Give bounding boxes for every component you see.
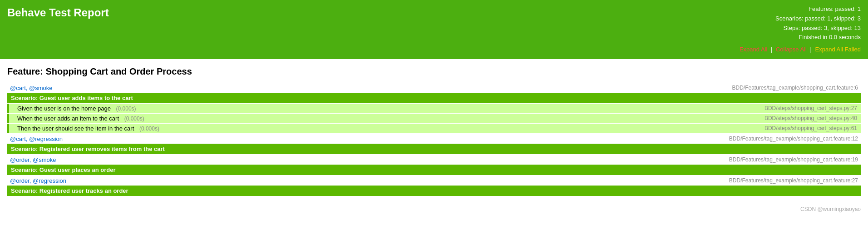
watermark: CSDN @wurningxiaoyao: [800, 206, 861, 212]
step-time-1-0: (0.000s): [116, 105, 136, 112]
scenario-fileref-2: BDD/Features/tag_example/shopping_cart.f…: [729, 136, 858, 142]
scenario-header-4[interactable]: Scenario: Registered user tracks an orde…: [7, 186, 861, 196]
steps-stat: Steps: passed: 3, skipped: 13: [740, 24, 861, 33]
scenario-label-1: Scenario: Guest user adds items to the c…: [11, 95, 133, 101]
scenario-tags-1: @cart, @smoke: [10, 85, 53, 91]
scenario-label-2: Scenario: Registered user removes items …: [11, 146, 165, 152]
step-row-1-0: Given the user is on the home page (0.00…: [7, 104, 861, 113]
step-row-1-1: When the user adds an item to the cart (…: [7, 114, 861, 123]
step-file-1-1: BDD/steps/shopping_cart_steps.py:40: [764, 115, 857, 121]
step-row-1-2: Then the user should see the item in the…: [7, 124, 861, 133]
scenario-header-3[interactable]: Scenario: Guest user places an order: [7, 165, 861, 175]
scenario-block-3: @order, @smoke BDD/Features/tag_example/…: [7, 155, 861, 175]
step-file-1-2: BDD/steps/shopping_cart_steps.py:61: [764, 125, 857, 131]
step-text-1-2: Then the user should see the item in the…: [17, 125, 159, 132]
tag-row-2: @cart, @regression BDD/Features/tag_exam…: [7, 134, 861, 144]
scenario-tags-2: @cart, @regression: [10, 136, 63, 142]
time-stat: Finished in 0.0 seconds: [740, 33, 861, 42]
tag-row-1: @cart, @smoke BDD/Features/tag_example/s…: [7, 83, 861, 93]
tag-row-4: @order, @regression BDD/Features/tag_exa…: [7, 176, 861, 186]
scenario-tags-4: @order, @regression: [10, 177, 66, 184]
step-time-1-1: (0.000s): [124, 115, 144, 122]
scenario-block-1: @cart, @smoke BDD/Features/tag_example/s…: [7, 83, 861, 133]
scenario-fileref-4: BDD/Features/tag_example/shopping_cart.f…: [729, 177, 858, 184]
scenario-header-2[interactable]: Scenario: Registered user removes items …: [7, 144, 861, 154]
scenario-header-1[interactable]: Scenario: Guest user adds items to the c…: [7, 93, 861, 103]
step-file-1-0: BDD/steps/shopping_cart_steps.py:27: [764, 105, 857, 111]
collapse-all-link[interactable]: Collapse All: [776, 46, 807, 53]
tag-row-3: @order, @smoke BDD/Features/tag_example/…: [7, 155, 861, 165]
step-time-1-2: (0.000s): [139, 126, 159, 132]
scenario-fileref-3: BDD/Features/tag_example/shopping_cart.f…: [729, 156, 858, 163]
scenario-label-3: Scenario: Guest user places an order: [11, 166, 115, 173]
footer: CSDN @wurningxiaoyao: [0, 203, 868, 215]
expand-all-link[interactable]: Expand All: [740, 46, 767, 53]
report-title: Behave Test Report: [7, 5, 109, 19]
scenarios-stat: Scenarios: passed: 1, skipped: 3: [740, 14, 861, 24]
sep2: |: [810, 46, 814, 53]
scenario-tags-3: @order, @smoke: [10, 156, 56, 163]
step-text-1-0: Given the user is on the home page (0.00…: [17, 105, 136, 112]
expand-all-failed-link[interactable]: Expand All Failed: [815, 46, 861, 53]
step-text-1-1: When the user adds an item to the cart (…: [17, 115, 144, 122]
scenario-label-4: Scenario: Registered user tracks an orde…: [11, 187, 128, 194]
sep1: |: [771, 46, 774, 53]
scenario-block-4: @order, @regression BDD/Features/tag_exa…: [7, 176, 861, 196]
scenario-fileref-1: BDD/Features/tag_example/shopping_cart.f…: [732, 85, 858, 91]
header: Behave Test Report Features: passed: 1 S…: [0, 0, 868, 59]
features-stat: Features: passed: 1: [740, 5, 861, 14]
feature-title: Feature: Shopping Cart and Order Process: [7, 66, 861, 77]
main-content: Feature: Shopping Cart and Order Process…: [0, 59, 868, 203]
scenario-block-2: @cart, @regression BDD/Features/tag_exam…: [7, 134, 861, 154]
header-links: Expand All | Collapse All | Expand All F…: [740, 45, 861, 55]
header-stats: Features: passed: 1 Scenarios: passed: 1…: [740, 5, 861, 55]
